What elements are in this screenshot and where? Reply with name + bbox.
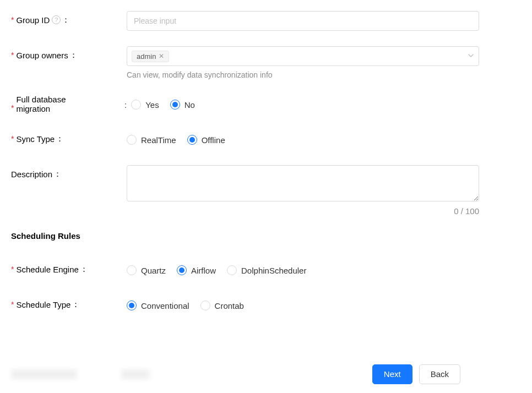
colon: ： [53,169,62,179]
group-owners-select[interactable]: admin ✕ [127,46,479,66]
footer-bar: Next Back [0,354,532,393]
owner-tag-label: admin [137,52,156,61]
description-counter: 0 / 100 [127,206,479,216]
radio-quartz[interactable]: Quartz [127,265,166,275]
radio-icon [131,100,141,110]
colon: ： [62,15,70,25]
label-text-sync-type: Sync Type [16,134,55,144]
row-full-migration: * Full database migration : Yes No [11,95,521,114]
radio-label-conventional: Conventional [141,301,189,310]
radio-label-no: No [184,100,195,110]
row-group-id: * Group ID ? ： [11,11,521,31]
radio-realtime[interactable]: RealTime [127,135,176,145]
required-marker: * [11,15,14,24]
row-group-owners: * Group owners ： admin ✕ Can view, modif… [11,46,521,79]
required-marker: * [11,134,14,143]
row-schedule-type: * Schedule Type ： Conventional Crontab [11,296,521,315]
close-icon[interactable]: ✕ [159,53,164,59]
help-icon[interactable]: ? [52,15,61,24]
colon: ： [72,299,80,310]
label-group-id: * Group ID ? ： [11,11,127,29]
control-schedule-engine: Quartz Airflow DolphinScheduler [127,260,479,280]
control-full-migration: Yes No [131,95,484,114]
required-marker: * [11,265,14,274]
group-owners-helper: Can view, modify data synchronization in… [127,70,479,79]
label-text-schedule-type: Schedule Type [16,300,70,309]
label-group-owners: * Group owners ： [11,46,127,64]
section-scheduling-rules: Scheduling Rules [11,231,521,241]
row-description: Description ： 0 / 100 [11,165,521,216]
label-full-migration: * Full database migration [11,95,127,113]
group-id-input[interactable] [127,11,479,31]
control-sync-type: RealTime Offline [127,130,479,150]
radio-label-yes: Yes [145,100,159,110]
radio-dolphin[interactable]: DolphinScheduler [227,265,306,275]
radio-label-offline: Offline [202,135,225,145]
control-description: 0 / 100 [127,165,479,216]
control-schedule-type: Conventional Crontab [127,296,479,315]
colon: : [124,100,127,110]
required-marker: * [11,300,14,309]
obscured-label [11,369,77,379]
label-schedule-type: * Schedule Type ： [11,296,127,313]
label-schedule-engine: * Schedule Engine ： [11,260,127,278]
radio-icon [127,265,137,275]
radio-icon [200,301,210,310]
colon: ： [56,134,64,144]
control-group-id [127,11,479,31]
radio-icon [227,265,237,275]
radio-icon [127,135,137,145]
required-marker: * [11,103,14,112]
obscured-control [121,369,150,379]
radio-icon [187,135,197,145]
full-migration-radio-group: Yes No [131,95,484,114]
owner-tag: admin ✕ [132,51,169,62]
radio-offline[interactable]: Offline [187,135,225,145]
schedule-type-radio-group: Conventional Crontab [127,296,479,315]
label-text-group-owners: Group owners [16,51,68,60]
colon: ： [80,264,88,275]
radio-icon [177,265,187,275]
radio-label-realtime: RealTime [141,135,176,145]
label-text-schedule-engine: Schedule Engine [16,265,78,274]
label-sync-type: * Sync Type ： [11,130,127,148]
radio-label-dolphin: DolphinScheduler [241,266,306,275]
control-group-owners: admin ✕ Can view, modify data synchroniz… [127,46,479,79]
radio-icon [127,301,137,310]
radio-label-crontab: Crontab [215,301,244,310]
back-button[interactable]: Back [419,364,460,384]
label-text-full-migration: Full database migration [16,95,82,113]
colon: ： [69,50,78,61]
label-description: Description ： [11,165,127,183]
label-text-description: Description [11,170,52,179]
radio-airflow[interactable]: Airflow [177,265,216,275]
radio-icon [170,100,180,110]
row-sync-type: * Sync Type ： RealTime Offline [11,130,521,150]
radio-label-airflow: Airflow [191,266,216,275]
radio-label-quartz: Quartz [141,266,166,275]
next-button[interactable]: Next [372,364,412,384]
row-schedule-engine: * Schedule Engine ： Quartz Airflow Dolph… [11,260,521,280]
radio-no[interactable]: No [170,100,195,110]
required-marker: * [11,51,14,59]
radio-crontab[interactable]: Crontab [200,301,244,310]
chevron-down-icon [468,52,474,61]
label-text-group-id: Group ID [16,15,50,25]
sync-type-radio-group: RealTime Offline [127,130,479,150]
radio-yes[interactable]: Yes [131,100,159,110]
radio-conventional[interactable]: Conventional [127,301,189,310]
schedule-engine-radio-group: Quartz Airflow DolphinScheduler [127,260,479,280]
description-textarea[interactable] [127,165,479,201]
